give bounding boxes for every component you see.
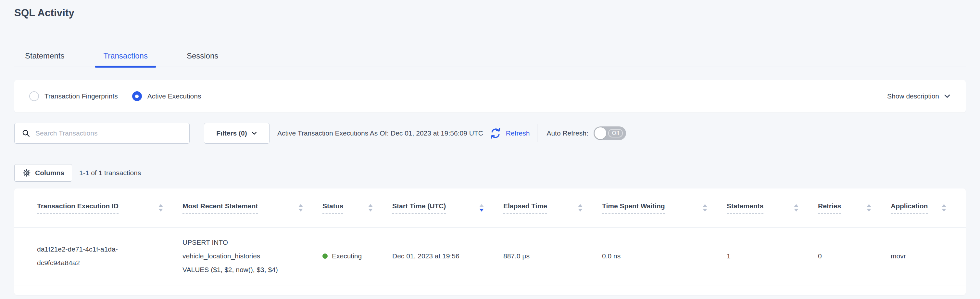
sort-arrows-icon[interactable] — [298, 204, 303, 211]
as-of-timestamp: Active Transaction Executions As Of: Dec… — [277, 130, 483, 137]
show-description-button[interactable]: Show description — [887, 92, 951, 100]
search-input[interactable] — [35, 130, 183, 137]
table-controls: Columns 1-1 of 1 transactions — [14, 164, 141, 182]
column-header-elapsed-time[interactable]: Elapsed Time — [503, 202, 602, 213]
sort-arrows-icon[interactable] — [794, 204, 799, 211]
column-header-application[interactable]: Application — [891, 202, 966, 213]
sort-arrows-icon[interactable] — [703, 204, 707, 211]
executing-status-dot-icon — [323, 254, 328, 259]
sort-arrows-icon[interactable] — [942, 204, 946, 211]
chevron-down-icon — [251, 130, 257, 136]
toolbar: Filters (0) Active Transaction Execution… — [14, 123, 966, 144]
cell-elapsed-time: 887.0 µs — [503, 249, 602, 263]
refresh-icon[interactable] — [489, 127, 502, 140]
auto-refresh-toggle[interactable]: Off — [593, 126, 626, 140]
filters-button[interactable]: Filters (0) — [204, 123, 269, 144]
columns-button[interactable]: Columns — [14, 164, 72, 182]
column-header-most-recent-statement[interactable]: Most Recent Statement — [183, 202, 323, 213]
chevron-down-icon — [943, 93, 951, 100]
radio-label[interactable]: Transaction Fingerprints — [45, 92, 118, 100]
cell-start-time: Dec 01, 2023 at 19:56 — [392, 249, 503, 263]
sql-activity-page: SQL Activity Statements Transactions Ses… — [0, 0, 980, 299]
cell-transaction-execution-id: da1f21e2-de71-4c1f-a1da- dc9fc94a84a2 — [37, 243, 183, 270]
table-row: da1f21e2-de71-4c1f-a1da- dc9fc94a84a2 UP… — [14, 227, 966, 285]
column-header-time-spent-waiting[interactable]: Time Spent Waiting — [602, 202, 727, 213]
sort-arrows-icon[interactable] — [867, 204, 871, 211]
view-options-card: Transaction Fingerprints Active Executio… — [14, 80, 966, 112]
radio-transaction-fingerprints[interactable]: Transaction Fingerprints — [29, 91, 118, 101]
cell-status: Executing — [323, 249, 392, 263]
column-header-start-time[interactable]: Start Time (UTC) — [392, 202, 503, 213]
columns-button-label: Columns — [35, 169, 64, 177]
column-header-statements[interactable]: Statements — [727, 202, 818, 213]
auto-refresh-label: Auto Refresh: — [547, 130, 588, 137]
page-title: SQL Activity — [14, 7, 74, 19]
cell-statements: 1 — [727, 249, 818, 263]
filters-button-label: Filters (0) — [216, 130, 247, 137]
radio-unselected-icon[interactable] — [29, 91, 39, 101]
toggle-state-label: Off — [608, 129, 622, 138]
column-header-retries[interactable]: Retries — [818, 202, 891, 213]
refresh-label[interactable]: Refresh — [506, 130, 530, 137]
column-header-status[interactable]: Status — [323, 202, 392, 213]
table-header-row: Transaction Execution ID Most Recent Sta… — [14, 189, 966, 227]
cell-time-spent-waiting: 0.0 ns — [602, 249, 727, 263]
toolbar-divider — [537, 124, 538, 142]
radio-label[interactable]: Active Executions — [148, 92, 201, 100]
radio-active-executions[interactable]: Active Executions — [132, 91, 201, 101]
cell-application: movr — [891, 249, 966, 263]
cell-most-recent-statement: UPSERT INTO vehicle_location_histories V… — [183, 236, 323, 277]
tab-transactions[interactable]: Transactions — [103, 51, 148, 67]
radio-selected-icon[interactable] — [132, 91, 142, 101]
sort-arrows-icon[interactable] — [368, 204, 373, 211]
sort-arrows-icon[interactable] — [479, 204, 484, 211]
transactions-table: Transaction Execution ID Most Recent Sta… — [14, 189, 966, 295]
search-box[interactable] — [14, 123, 189, 144]
tab-statements[interactable]: Statements — [25, 51, 64, 67]
gear-icon — [22, 168, 31, 177]
result-count: 1-1 of 1 transactions — [79, 169, 141, 177]
tab-sessions[interactable]: Sessions — [187, 51, 218, 67]
show-description-label[interactable]: Show description — [887, 92, 939, 100]
column-header-transaction-execution-id[interactable]: Transaction Execution ID — [37, 202, 183, 213]
cell-retries: 0 — [818, 249, 891, 263]
search-icon — [22, 129, 30, 138]
sort-arrows-icon[interactable] — [159, 204, 163, 211]
tab-bar: Statements Transactions Sessions — [14, 45, 966, 67]
toggle-knob[interactable] — [595, 127, 606, 139]
status-label: Executing — [332, 249, 362, 263]
sort-arrows-icon[interactable] — [578, 204, 582, 211]
refresh-button[interactable]: Refresh — [489, 127, 530, 140]
